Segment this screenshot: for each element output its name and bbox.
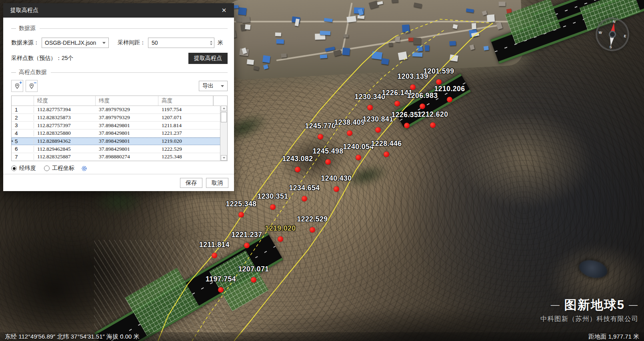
longitude-cell: 112.827757397 bbox=[34, 122, 96, 129]
estimate-value: 25个 bbox=[62, 55, 74, 61]
elevation-point-dot[interactable] bbox=[367, 105, 373, 110]
row-number-cell: 6 bbox=[12, 146, 34, 152]
elevation-point-dot[interactable] bbox=[430, 122, 436, 128]
elevation-point-dot[interactable] bbox=[334, 186, 339, 192]
elevation-point-label: 1238.409 bbox=[334, 118, 365, 127]
elevation-point-dot[interactable] bbox=[394, 101, 400, 106]
add-point-button[interactable]: + bbox=[11, 80, 23, 92]
latlon-radio-label: 经纬度 bbox=[19, 165, 36, 172]
compass-rose: N E S W bbox=[595, 17, 630, 52]
elevation-point-label: 1225.348 bbox=[226, 200, 257, 208]
elevation-point-label: 1210.206 bbox=[434, 85, 465, 93]
elevation-point-dot[interactable] bbox=[218, 287, 224, 293]
elevation-point-dot[interactable] bbox=[238, 212, 244, 217]
elevation-point-label: 1197.754 bbox=[206, 275, 236, 283]
elevation-point-label: 1240.054 bbox=[343, 143, 374, 151]
row-number-cell: 1 bbox=[12, 107, 34, 113]
elevation-point-label: 1245.770 bbox=[305, 122, 336, 130]
elevation-point-dot[interactable] bbox=[375, 127, 381, 133]
table-row[interactable]: 4112.82832588037.8984298011221.237 bbox=[12, 130, 227, 138]
branding: — 图新地球5 — 中科图新（苏州）科技有限公司 bbox=[540, 297, 638, 323]
interval-input[interactable]: 50 bbox=[148, 38, 214, 48]
interval-unit: 米 bbox=[218, 39, 223, 46]
current-row-marker-icon bbox=[12, 140, 13, 142]
source-label: 数据来源： bbox=[11, 39, 39, 46]
project-coord-radio[interactable] bbox=[44, 166, 50, 171]
table-row[interactable]: 6112.82946284537.8984298011222.529 bbox=[12, 145, 227, 153]
source-select[interactable]: OSGB-DEHLJX.json bbox=[42, 38, 109, 48]
spinner-up-icon[interactable] bbox=[210, 41, 212, 42]
table-row[interactable]: 2112.82832587337.8979793291207.071 bbox=[12, 114, 227, 122]
elevation-point-dot[interactable] bbox=[302, 196, 307, 201]
status-bar: 东经 112°49′56.89″ 北纬 37°54′31.51″ 海拔 0.00… bbox=[0, 332, 644, 341]
elevation-point-label: 1221.237 bbox=[232, 231, 262, 239]
scroll-up-icon[interactable] bbox=[221, 106, 227, 111]
elevation-point-dot[interactable] bbox=[325, 159, 331, 165]
section-header-points: 高程点数据 bbox=[11, 69, 228, 76]
elevation-point-label: 1207.071 bbox=[238, 265, 269, 273]
elevation-point-dot[interactable] bbox=[244, 243, 250, 248]
elevation-point-label: 1228.446 bbox=[371, 140, 402, 148]
elevation-point-dot[interactable] bbox=[295, 167, 300, 172]
section-header-datasource: 数据源 bbox=[11, 25, 228, 32]
app-logo: 图新地球5 bbox=[564, 297, 625, 313]
close-icon[interactable]: ✕ bbox=[219, 5, 229, 16]
latlon-radio[interactable] bbox=[11, 166, 17, 171]
elevation-point-dot[interactable] bbox=[447, 97, 452, 102]
table-row[interactable]: 1112.82775739437.8979793291197.754 bbox=[12, 106, 227, 114]
application-window: 1197.7541207.0711211.8141221.2371219.020… bbox=[0, 0, 644, 341]
elevation-point-label: 1212.620 bbox=[418, 110, 448, 119]
elevation-point-dot[interactable] bbox=[278, 236, 283, 242]
latitude-cell: 37.897979329 bbox=[96, 106, 158, 113]
elevation-point-dot[interactable] bbox=[310, 227, 315, 233]
remove-point-button[interactable]: − bbox=[26, 80, 38, 92]
elevation-point-dot[interactable] bbox=[318, 134, 323, 140]
footer-divider bbox=[3, 174, 234, 174]
elevation-point-label: 1201.599 bbox=[424, 67, 454, 76]
elevation-point-label: 1230.351 bbox=[258, 192, 288, 201]
scroll-down-icon[interactable] bbox=[221, 155, 227, 161]
elevation-table: 经度 纬度 高度 1112.82775739437.8979793291197.… bbox=[11, 96, 228, 161]
chevron-down-icon bbox=[102, 42, 106, 44]
gear-icon[interactable] bbox=[81, 165, 88, 172]
elevation-point-dot[interactable] bbox=[251, 277, 256, 283]
elevation-point-dot[interactable] bbox=[420, 104, 425, 109]
compass[interactable]: N E S W bbox=[596, 18, 629, 51]
elevation-point-label: 1222.529 bbox=[297, 215, 328, 223]
row-number-header bbox=[12, 96, 34, 106]
elevation-point-dot[interactable] bbox=[212, 253, 217, 258]
dialog-titlebar[interactable]: 提取高程点 ✕ bbox=[3, 3, 234, 18]
elevation-point-dot[interactable] bbox=[404, 123, 410, 128]
dialog-title: 提取高程点 bbox=[10, 7, 38, 14]
table-row[interactable]: 5112.82889436237.8984298011219.020 bbox=[12, 138, 227, 146]
row-number-cell: 7 bbox=[12, 154, 34, 160]
elevation-point-dot[interactable] bbox=[347, 130, 352, 136]
altitude-header: 高度 bbox=[158, 96, 213, 106]
spinner-down-icon[interactable] bbox=[210, 44, 212, 45]
scrollbar-thumb[interactable] bbox=[221, 112, 227, 122]
export-label: 导出 bbox=[202, 82, 214, 90]
elevation-point-dot[interactable] bbox=[270, 204, 276, 210]
extract-elevation-button[interactable]: 提取高程点 bbox=[188, 53, 228, 64]
altitude-cell: 1225.348 bbox=[158, 154, 219, 160]
longitude-cell: 112.829462845 bbox=[34, 146, 96, 152]
elevation-point-dot[interactable] bbox=[384, 152, 389, 157]
table-row[interactable]: 3112.82775739737.8984298011211.814 bbox=[12, 122, 227, 130]
estimate-label: 采样点数（预估）： bbox=[11, 55, 62, 61]
elevation-point-dot[interactable] bbox=[410, 84, 416, 90]
elevation-point-dot[interactable] bbox=[436, 79, 442, 85]
chevron-down-icon bbox=[221, 85, 224, 87]
save-button[interactable]: 保存 bbox=[180, 178, 202, 188]
extract-elevation-dialog: 提取高程点 ✕ 数据源 数据来源： OSGB-DEHLJX.json 采样间距：… bbox=[3, 3, 234, 191]
elevation-point-label: 1234.654 bbox=[289, 184, 320, 192]
plus-icon: + bbox=[19, 80, 22, 85]
export-select[interactable]: 导出 bbox=[199, 81, 228, 91]
elevation-point-label: 1240.430 bbox=[321, 174, 352, 183]
elevation-point-dot[interactable] bbox=[356, 155, 361, 160]
longitude-cell: 112.828325887 bbox=[34, 154, 96, 160]
altitude-cell: 1222.529 bbox=[158, 146, 219, 152]
header-corner-cell bbox=[213, 96, 220, 106]
table-row[interactable]: 7112.82832588737.8988802741225.348 bbox=[12, 153, 227, 161]
cancel-button[interactable]: 取消 bbox=[206, 178, 228, 188]
table-scrollbar[interactable] bbox=[220, 106, 227, 161]
